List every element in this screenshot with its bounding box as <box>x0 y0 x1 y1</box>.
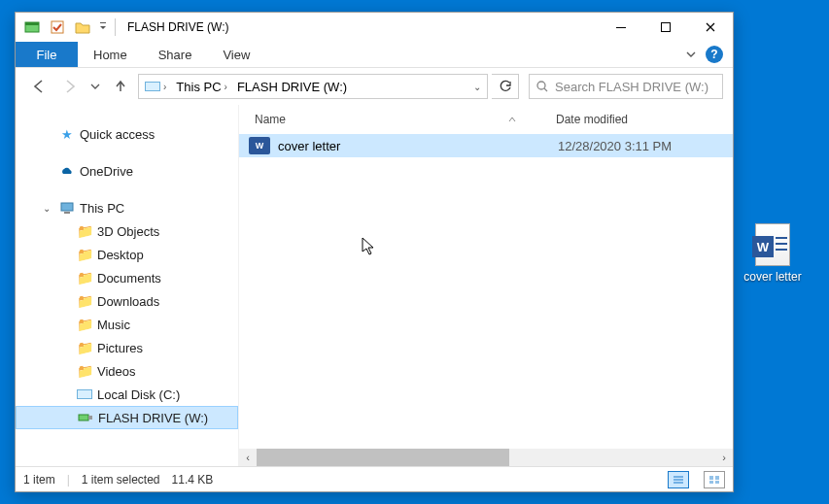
word-document-icon: W <box>249 137 270 154</box>
minimize-button[interactable] <box>599 13 643 42</box>
help-button[interactable]: ? <box>706 46 723 63</box>
usb-drive-icon <box>77 413 94 422</box>
svg-rect-9 <box>79 415 88 420</box>
breadcrumb-root[interactable]: › <box>141 82 170 92</box>
sidebar-item-pictures[interactable]: 📁Pictures <box>16 336 238 359</box>
file-list-pane: Name Date modified W cover letter 12/28/… <box>239 105 733 466</box>
status-item-count: 1 item <box>23 473 55 487</box>
svg-rect-3 <box>100 22 106 23</box>
explorer-window: FLASH DRIVE (W:) File Home Share View ? <box>15 12 734 492</box>
sidebar-item-flash-drive[interactable]: FLASH DRIVE (W:) <box>16 406 238 429</box>
share-tab[interactable]: Share <box>143 42 208 67</box>
svg-rect-12 <box>715 476 719 480</box>
desktop-file-label: cover letter <box>743 270 801 284</box>
sidebar-item-this-pc[interactable]: ⌄ This PC <box>16 196 238 219</box>
sidebar-item-label: Downloads <box>97 294 159 309</box>
svg-rect-4 <box>616 27 626 28</box>
sidebar-item-label: OneDrive <box>80 164 133 179</box>
explorer-body: ★ Quick access OneDrive ⌄ This PC 📁3D Ob… <box>16 105 733 466</box>
view-tab[interactable]: View <box>207 42 265 67</box>
column-headers: Name Date modified <box>239 105 733 134</box>
sidebar-item-label: 3D Objects <box>97 224 159 239</box>
sidebar-item-documents[interactable]: 📁Documents <box>16 266 238 289</box>
folder-icon: 📁 <box>76 340 93 355</box>
ribbon-expand-icon[interactable] <box>684 48 698 61</box>
breadcrumb-this-pc[interactable]: This PC › <box>172 80 231 94</box>
sidebar-item-quick-access[interactable]: ★ Quick access <box>16 122 238 146</box>
column-label: Name <box>255 113 286 126</box>
quick-access-toolbar <box>16 17 109 38</box>
breadcrumb-label: This PC <box>176 80 221 94</box>
details-view-button[interactable] <box>668 471 689 488</box>
qat-item[interactable] <box>47 17 68 38</box>
sidebar-item-onedrive[interactable]: OneDrive <box>16 159 238 183</box>
sidebar-item-label: Music <box>97 318 130 332</box>
home-tab[interactable]: Home <box>78 42 143 67</box>
sidebar-item-desktop[interactable]: 📁Desktop <box>16 243 238 266</box>
refresh-button[interactable] <box>492 74 519 99</box>
scroll-right-icon[interactable]: › <box>715 452 733 463</box>
file-row[interactable]: W cover letter 12/28/2020 3:11 PM <box>239 134 733 157</box>
back-button[interactable] <box>25 73 52 100</box>
breadcrumb-label: FLASH DRIVE (W:) <box>237 80 347 94</box>
sidebar-item-downloads[interactable]: 📁Downloads <box>16 289 238 313</box>
horizontal-scrollbar[interactable]: ‹ › <box>239 449 733 466</box>
address-dropdown-icon[interactable]: ⌄ <box>473 82 481 92</box>
sidebar-item-local-disk[interactable]: Local Disk (C:) <box>16 383 238 406</box>
cloud-icon <box>58 165 76 177</box>
navigation-pane[interactable]: ★ Quick access OneDrive ⌄ This PC 📁3D Ob… <box>16 105 239 466</box>
separator <box>115 18 116 36</box>
search-icon <box>535 80 549 93</box>
folder-icon: 📁 <box>76 363 93 379</box>
close-button[interactable] <box>688 13 733 42</box>
file-list[interactable]: W cover letter 12/28/2020 3:11 PM <box>239 134 733 449</box>
sort-indicator-icon <box>507 116 517 123</box>
sidebar-item-label: Local Disk (C:) <box>97 387 180 402</box>
chevron-right-icon: › <box>163 82 166 92</box>
computer-icon <box>58 201 76 215</box>
sidebar-item-music[interactable]: 📁Music <box>16 313 238 336</box>
folder-icon: 📁 <box>76 293 93 309</box>
maximize-button[interactable] <box>643 13 688 42</box>
status-size: 11.4 KB <box>172 473 214 487</box>
address-bar[interactable]: › This PC › FLASH DRIVE (W:) ⌄ <box>138 74 488 99</box>
file-tab[interactable]: File <box>16 42 78 67</box>
word-document-icon: W <box>755 223 790 266</box>
column-header-date[interactable]: Date modified <box>556 113 733 126</box>
drive-icon <box>145 82 160 91</box>
sidebar-item-label: Pictures <box>97 341 143 355</box>
sidebar-item-label: This PC <box>80 201 124 216</box>
svg-rect-7 <box>61 203 73 211</box>
svg-rect-8 <box>64 212 70 214</box>
qat-dropdown-icon[interactable] <box>97 17 109 38</box>
forward-button[interactable] <box>56 73 84 100</box>
sidebar-item-3d-objects[interactable]: 📁3D Objects <box>16 219 238 243</box>
column-header-name[interactable]: Name <box>245 113 556 126</box>
recent-locations-button[interactable] <box>87 73 103 100</box>
up-button[interactable] <box>107 73 134 100</box>
scroll-left-icon[interactable]: ‹ <box>239 452 257 463</box>
svg-rect-13 <box>709 481 713 484</box>
svg-rect-11 <box>709 476 713 480</box>
chevron-right-icon: › <box>225 82 227 92</box>
sidebar-item-videos[interactable]: 📁Videos <box>16 359 238 383</box>
ribbon-tabs: File Home Share View ? <box>16 42 733 68</box>
breadcrumb-drive[interactable]: FLASH DRIVE (W:) <box>233 80 351 94</box>
title-bar: FLASH DRIVE (W:) <box>16 13 733 42</box>
large-icons-view-button[interactable] <box>704 471 725 488</box>
sidebar-item-label: Documents <box>97 271 161 286</box>
desktop-file-icon[interactable]: W cover letter <box>734 223 812 284</box>
scrollbar-track[interactable] <box>257 449 715 466</box>
window-title: FLASH DRIVE (W:) <box>127 20 228 34</box>
search-input[interactable]: Search FLASH DRIVE (W:) <box>529 74 723 99</box>
app-icon[interactable] <box>21 17 43 38</box>
qat-folder-icon[interactable] <box>72 17 93 38</box>
expander-collapse-icon[interactable]: ⌄ <box>43 203 54 214</box>
folder-icon: 📁 <box>76 247 93 262</box>
folder-icon: 📁 <box>76 270 93 286</box>
scrollbar-thumb[interactable] <box>257 449 509 466</box>
file-name: cover letter <box>270 139 558 153</box>
disk-icon <box>76 389 93 399</box>
sidebar-item-label: Desktop <box>97 248 144 262</box>
sidebar-item-label: FLASH DRIVE (W:) <box>98 411 208 425</box>
